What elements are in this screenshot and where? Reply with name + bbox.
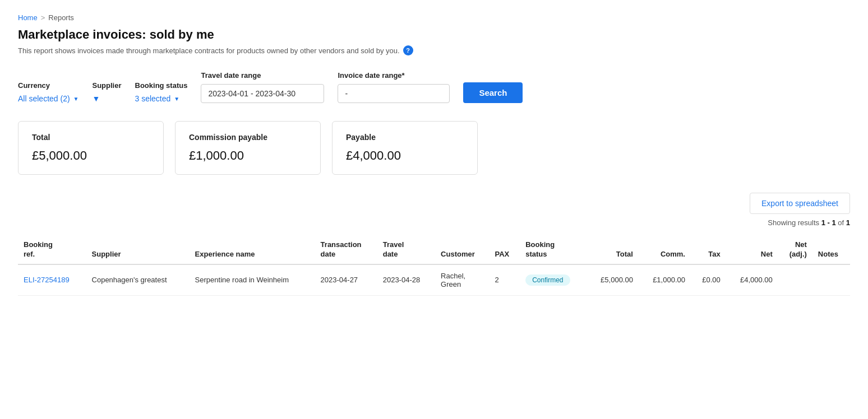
cell-experience-name: Serpentine road in Weinheim (190, 264, 315, 296)
results-info: Showing results 1 - 1 of 1 (18, 218, 850, 227)
col-customer: Customer (435, 236, 489, 264)
cell-travel-date: 2023-04-28 (377, 264, 435, 296)
breadcrumb-current: Reports (48, 13, 74, 22)
results-of: of (838, 218, 844, 227)
travel-date-filter: Travel date range (201, 71, 324, 103)
total-card-label: Total (32, 133, 150, 142)
col-booking-ref: Bookingref. (18, 236, 86, 264)
currency-label: Currency (18, 81, 79, 90)
cell-notes (812, 264, 850, 296)
col-transaction-date: Transactiondate (315, 236, 377, 264)
results-range: 1 - 1 (821, 218, 836, 227)
cell-pax: 2 (490, 264, 520, 296)
cell-net: £4,000.00 (726, 264, 778, 296)
booking-status-value: 3 selected (135, 94, 171, 103)
cell-net-adj (778, 264, 812, 296)
summary-cards: Total £5,000.00 Commission payable £1,00… (18, 121, 850, 175)
status-badge: Confirmed (525, 274, 570, 286)
commission-card-label: Commission payable (189, 133, 307, 142)
invoice-date-label: Invoice date range* (338, 71, 450, 80)
table-row: ELI-27254189 Copenhagen's greatest Serpe… (18, 264, 850, 296)
commission-card-value: £1,000.00 (189, 148, 307, 163)
table-header: Bookingref. Supplier Experience name Tra… (18, 236, 850, 264)
currency-filter: Currency All selected (2) ▼ (18, 81, 79, 103)
invoice-date-filter: Invoice date range* (338, 71, 450, 103)
cell-tax: £0.00 (691, 264, 726, 296)
cell-customer: Rachel,Green (435, 264, 489, 296)
currency-dropdown[interactable]: All selected (2) ▼ (18, 94, 79, 103)
booking-status-dropdown[interactable]: 3 selected ▼ (135, 94, 188, 103)
results-total: 1 (846, 218, 850, 227)
commission-card: Commission payable £1,000.00 (175, 121, 321, 175)
table-header-row: Bookingref. Supplier Experience name Tra… (18, 236, 850, 264)
results-prefix: Showing results (768, 218, 819, 227)
cell-comm: £1,000.00 (639, 264, 691, 296)
col-net-adj: Net(adj.) (778, 236, 812, 264)
cell-total: £5,000.00 (587, 264, 639, 296)
supplier-label: Supplier (93, 81, 122, 90)
table-body: ELI-27254189 Copenhagen's greatest Serpe… (18, 264, 850, 296)
currency-chevron-icon: ▼ (73, 96, 79, 102)
col-supplier: Supplier (86, 236, 190, 264)
cell-booking-ref: ELI-27254189 (18, 264, 86, 296)
supplier-dropdown[interactable]: ▼ (93, 94, 122, 103)
booking-status-filter: Booking status 3 selected ▼ (135, 81, 188, 103)
col-booking-status: Bookingstatus (520, 236, 587, 264)
total-card: Total £5,000.00 (18, 121, 164, 175)
cell-supplier: Copenhagen's greatest (86, 264, 190, 296)
actions-row: Export to spreadsheet (18, 193, 850, 214)
cell-transaction-date: 2023-04-27 (315, 264, 377, 296)
export-button[interactable]: Export to spreadsheet (750, 193, 850, 214)
description-text: This report shows invoices made through … (18, 46, 400, 55)
page-title: Marketplace invoices: sold by me (18, 27, 850, 42)
invoice-date-input[interactable] (338, 84, 450, 103)
col-travel-date: Traveldate (377, 236, 435, 264)
help-icon[interactable]: ? (403, 45, 413, 55)
travel-date-label: Travel date range (201, 71, 324, 80)
breadcrumb-home[interactable]: Home (18, 13, 38, 22)
breadcrumb: Home > Reports (18, 13, 850, 22)
col-notes: Notes (812, 236, 850, 264)
booking-status-label: Booking status (135, 81, 188, 90)
travel-date-input[interactable] (201, 84, 324, 103)
supplier-filter: Supplier ▼ (93, 81, 122, 103)
results-table: Bookingref. Supplier Experience name Tra… (18, 236, 850, 296)
page-description: This report shows invoices made through … (18, 45, 850, 55)
currency-value: All selected (2) (18, 94, 70, 103)
cell-booking-status: Confirmed (520, 264, 587, 296)
supplier-chevron-icon: ▼ (93, 94, 100, 103)
col-experience-name: Experience name (190, 236, 315, 264)
payable-card-value: £4,000.00 (346, 148, 464, 163)
col-comm: Comm. (639, 236, 691, 264)
payable-card: Payable £4,000.00 (332, 121, 478, 175)
breadcrumb-separator: > (41, 13, 45, 22)
col-net: Net (726, 236, 778, 264)
booking-ref-link[interactable]: ELI-27254189 (24, 276, 70, 284)
col-pax: PAX (490, 236, 520, 264)
payable-card-label: Payable (346, 133, 464, 142)
search-button[interactable]: Search (463, 82, 523, 103)
filters-row: Currency All selected (2) ▼ Supplier ▼ B… (18, 71, 850, 103)
booking-status-chevron-icon: ▼ (174, 96, 179, 102)
col-tax: Tax (691, 236, 726, 264)
total-card-value: £5,000.00 (32, 148, 150, 163)
col-total: Total (587, 236, 639, 264)
